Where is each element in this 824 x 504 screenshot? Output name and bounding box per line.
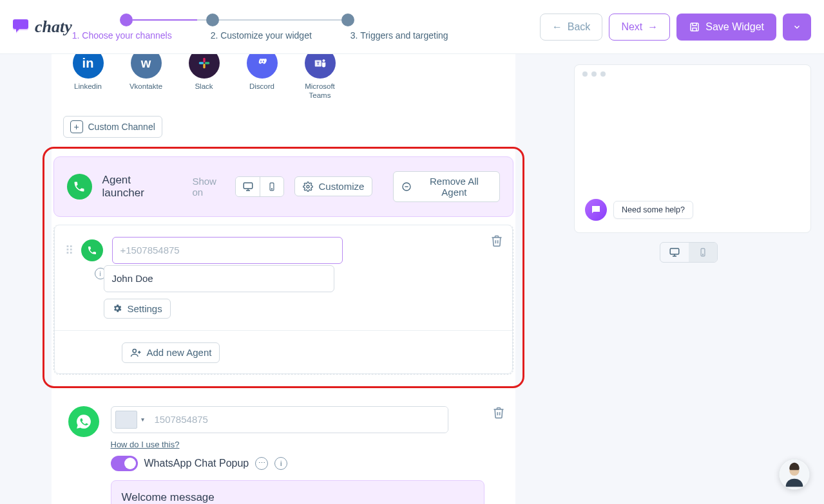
svg-point-18 [595, 209, 597, 210]
channel-discord[interactable]: Discord [245, 48, 280, 91]
step-dot-2 [206, 14, 219, 26]
drag-handle-icon[interactable]: ⠿ [65, 243, 72, 257]
brand-name: chaty [35, 17, 72, 37]
save-widget-button[interactable]: Save Widget [676, 14, 776, 41]
svg-text:T: T [316, 61, 320, 66]
widget-preview: Need some help? [585, 199, 693, 221]
widget-tooltip: Need some help? [613, 201, 693, 219]
brand-logo: chaty [13, 17, 72, 37]
preview-window: Need some help? [574, 64, 811, 233]
top-bar: chaty 1. Choose your channels 2. Customi… [0, 0, 824, 54]
remove-all-label: Remove All Agent [417, 176, 491, 198]
channel-linkedin[interactable]: in Linkedin [71, 48, 106, 91]
gear-icon [303, 182, 313, 192]
arrow-left-icon: ← [552, 21, 562, 33]
step-line-1 [133, 19, 197, 21]
agent-dashed-area: ⠿ i Setting [53, 225, 513, 375]
channel-list: in Linkedin w Vkontakte Slack Discord T [52, 48, 515, 111]
chevron-down-icon [792, 23, 801, 32]
save-dropdown-button[interactable] [783, 14, 811, 41]
agent-launcher-panel: Agent launcher Show on Customize [53, 156, 513, 217]
preview-device-switch [660, 242, 718, 263]
svg-point-7 [322, 59, 325, 62]
header-actions: ← Back Next → Save Widget [540, 14, 811, 41]
preview-desktop-button[interactable] [660, 243, 689, 262]
device-segmented [235, 176, 284, 197]
customize-label: Customize [318, 181, 364, 192]
step-label-3[interactable]: 3. Triggers and targeting [350, 30, 448, 41]
agent-phone-input[interactable] [112, 237, 343, 264]
svg-rect-1 [203, 58, 205, 63]
whatsapp-phone-input[interactable] [149, 407, 448, 433]
agent-launcher-title: Agent launcher [102, 174, 175, 200]
back-label: Back [568, 21, 591, 33]
svg-rect-2 [198, 62, 204, 64]
show-on-label: Show on [192, 176, 229, 198]
svg-rect-4 [204, 62, 209, 64]
svg-point-11 [307, 185, 309, 188]
user-plus-icon [130, 347, 142, 359]
whatsapp-popup-toggle[interactable] [111, 456, 138, 471]
step-dot-3 [341, 14, 354, 26]
plus-icon: + [70, 120, 83, 133]
window-controls-icon [575, 65, 810, 83]
svg-rect-0 [691, 23, 698, 31]
svg-rect-8 [244, 183, 253, 189]
country-flag-icon[interactable] [115, 411, 137, 429]
desktop-toggle[interactable] [236, 177, 260, 196]
widget-bubble-icon[interactable] [585, 199, 607, 221]
logo-icon [13, 19, 31, 35]
step-dot-1 [120, 14, 133, 26]
step-label-1[interactable]: 1. Choose your channels [72, 30, 172, 41]
whatsapp-section: ▾ How do I use this? WhatsApp Chat Popup… [52, 406, 515, 504]
next-button[interactable]: Next → [609, 14, 670, 41]
svg-point-19 [597, 209, 599, 210]
wizard-steps: 1. Choose your channels 2. Customize you… [72, 14, 448, 41]
agent-name-input[interactable] [104, 265, 334, 292]
whatsapp-popup-label: WhatsApp Chat Popup [144, 458, 249, 469]
back-button[interactable]: ← Back [540, 14, 603, 41]
welcome-message-panel: Welcome message [111, 480, 484, 504]
whatsapp-icon [68, 406, 99, 437]
channel-vkontakte[interactable]: w Vkontakte [129, 48, 164, 91]
preview-pane: Need some help? [566, 54, 824, 504]
save-icon [689, 21, 700, 33]
add-agent-label: Add new Agent [147, 347, 212, 358]
mobile-toggle[interactable] [260, 177, 283, 196]
delete-whatsapp-button[interactable] [492, 406, 505, 419]
arrow-right-icon: → [647, 21, 658, 33]
remove-all-agent-button[interactable]: Remove All Agent [393, 171, 499, 202]
svg-point-22 [702, 254, 703, 255]
svg-point-17 [594, 209, 595, 210]
gear-icon [112, 303, 122, 313]
next-label: Next [621, 21, 642, 33]
svg-rect-20 [670, 248, 679, 254]
agent-phone-icon [81, 239, 103, 261]
channel-teams[interactable]: T Microsoft Teams [303, 48, 338, 100]
custom-channel-label: Custom Channel [88, 122, 155, 132]
svg-point-14 [133, 349, 136, 352]
whatsapp-help-link[interactable]: How do I use this? [111, 440, 180, 449]
preview-mobile-button[interactable] [689, 243, 717, 262]
phone-icon [67, 174, 92, 200]
chat-bubble-icon: ⋯ [255, 457, 268, 470]
delete-agent-button[interactable] [490, 234, 503, 247]
step-label-2[interactable]: 2. Customize your widget [211, 30, 312, 41]
agent-launcher-highlight: Agent launcher Show on Customize [43, 147, 524, 388]
agent-settings-button[interactable]: Settings [104, 299, 171, 319]
channel-slack[interactable]: Slack [187, 48, 222, 91]
custom-channel-button[interactable]: + Custom Channel [63, 116, 162, 138]
info-icon[interactable]: i [274, 457, 287, 470]
support-avatar[interactable] [779, 459, 810, 490]
country-caret-icon[interactable]: ▾ [141, 416, 144, 423]
agent-item: ⠿ i Setting [54, 225, 513, 374]
svg-point-10 [272, 189, 273, 189]
welcome-title: Welcome message [122, 491, 215, 503]
step-line-2 [219, 19, 341, 21]
minus-circle-icon [401, 182, 412, 192]
save-label: Save Widget [705, 21, 764, 33]
main-card: in Linkedin w Vkontakte Slack Discord T [52, 48, 515, 504]
settings-label: Settings [128, 303, 162, 314]
customize-button[interactable]: Customize [294, 176, 372, 196]
add-agent-button[interactable]: Add new Agent [122, 342, 220, 363]
